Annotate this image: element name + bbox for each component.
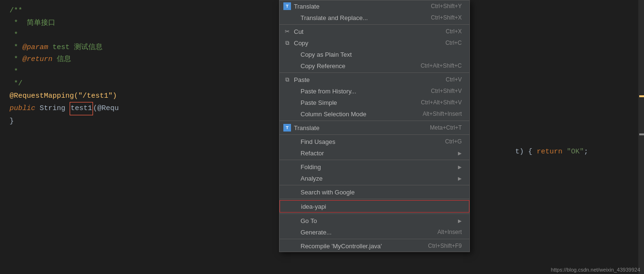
empty-icon [290, 174, 298, 182]
url-text: https://blog.csdn.net/weixin_43939924 [551, 267, 640, 273]
menu-item-copy-plain[interactable]: Copy as Plain Text [280, 49, 469, 60]
empty-icon [290, 242, 298, 250]
menu-item-translate2[interactable]: T Translate Meta+Ctrl+T [280, 122, 469, 133]
menu-label: Paste from History... [301, 88, 356, 95]
code-continuation: t) { return "OK"; [515, 148, 588, 156]
empty-icon [290, 87, 298, 95]
translate-icon: T [283, 124, 291, 132]
menu-item-idea-yapi[interactable]: idea-yapi [280, 200, 469, 213]
menu-item-generate[interactable]: Generate... Alt+Insert [280, 226, 469, 238]
menu-label: Translate and Replace... [301, 14, 368, 21]
context-menu: T Translate Ctrl+Shift+Y Translate and R… [279, 0, 470, 252]
menu-item-paste-simple[interactable]: Paste Simple Ctrl+Alt+Shift+V [280, 97, 469, 108]
paste-icon: ⧉ [283, 76, 291, 83]
menu-label: Go To [301, 217, 317, 224]
empty-icon [290, 110, 298, 118]
menu-shortcut: Meta+Ctrl+T [430, 124, 462, 131]
menu-item-goto[interactable]: Go To ▶ [280, 215, 469, 226]
empty-icon [290, 51, 298, 58]
comment-text: /** [10, 5, 22, 17]
menu-label: Copy as Plain Text [301, 51, 352, 58]
return-space [52, 53, 57, 66]
empty-icon [290, 149, 298, 157]
menu-shortcut: Alt+Insert [437, 229, 462, 235]
separator [280, 213, 469, 214]
menu-label: Recompile 'MyController.java' [301, 243, 382, 250]
menu-label: Paste [294, 76, 310, 83]
menu-label: Generate... [301, 229, 332, 236]
separator [280, 239, 469, 239]
bottom-url-bar: https://blog.csdn.net/weixin_43939924 [547, 265, 644, 274]
comment-chinese: 简单接口 [27, 17, 55, 30]
comment-text: * [10, 66, 18, 78]
scrollbar-marker [639, 133, 644, 135]
menu-label: idea-yapi [301, 203, 326, 210]
comment-text: * [10, 29, 18, 41]
menu-item-folding[interactable]: Folding ▶ [280, 161, 469, 173]
empty-icon [290, 99, 298, 106]
comment-asterisk: * [10, 41, 22, 54]
annotation: @RequestMapping("/test1") [10, 90, 117, 102]
comment-end: */ [10, 78, 22, 90]
closing-brace: } [10, 115, 14, 128]
translate-icon: T [283, 2, 291, 10]
param-desc: 测试信息 [74, 41, 103, 54]
menu-item-recompile[interactable]: Recompile 'MyController.java' Ctrl+Shift… [280, 240, 469, 252]
menu-item-paste-history[interactable]: Paste from History... Ctrl+Shift+V [280, 85, 469, 97]
menu-label: Search with Google [301, 189, 354, 196]
scissors-icon: ✂ [283, 28, 291, 35]
menu-shortcut: Ctrl+Alt+Shift+V [421, 99, 462, 106]
submenu-arrow: ▶ [458, 151, 462, 156]
param-keyword: @param [22, 41, 48, 54]
menu-shortcut: Ctrl+G [445, 138, 462, 145]
menu-shortcut: Ctrl+Shift+Y [431, 3, 462, 10]
method-params: (@Requ [93, 102, 119, 115]
menu-label: Refactor [301, 150, 324, 157]
menu-item-copy[interactable]: ⧉ Copy Ctrl+C [280, 37, 469, 49]
separator [280, 121, 469, 121]
empty-icon [291, 203, 298, 210]
menu-item-find-usages[interactable]: Find Usages Ctrl+G [280, 136, 469, 147]
empty-icon [290, 188, 298, 196]
menu-label: Find Usages [301, 138, 335, 145]
scrollbar[interactable] [638, 0, 644, 274]
public-keyword: public [10, 102, 35, 115]
menu-label: Column Selection Mode [301, 111, 366, 118]
menu-label: Cut [294, 28, 303, 35]
empty-icon [290, 14, 298, 21]
menu-shortcut: Ctrl+Shift+X [431, 14, 462, 21]
menu-shortcut: Ctrl+Alt+Shift+C [421, 62, 462, 69]
menu-item-paste[interactable]: ⧉ Paste Ctrl+V [280, 74, 469, 85]
separator [280, 160, 469, 160]
method-name: test1 [70, 102, 93, 115]
separator [280, 24, 469, 25]
menu-label: Analyze [301, 175, 322, 182]
menu-shortcut: Ctrl+Shift+V [431, 88, 462, 94]
submenu-arrow: ▶ [458, 164, 462, 170]
empty-icon [290, 228, 298, 236]
menu-item-cut[interactable]: ✂ Cut Ctrl+X [280, 26, 469, 37]
menu-label: Folding [301, 163, 321, 171]
submenu-arrow: ▶ [458, 176, 462, 181]
menu-item-search-google[interactable]: Search with Google [280, 186, 469, 198]
comment-text: * [10, 17, 27, 30]
menu-label: Copy Reference [301, 62, 345, 70]
menu-shortcut: Ctrl+Shift+F9 [428, 243, 462, 249]
menu-item-refactor[interactable]: Refactor ▶ [280, 147, 469, 159]
menu-item-analyze[interactable]: Analyze ▶ [280, 173, 469, 184]
scrollbar-marker [639, 95, 644, 97]
separator [280, 185, 469, 185]
menu-label: Translate [294, 3, 320, 10]
menu-item-translate-replace[interactable]: Translate and Replace... Ctrl+Shift+X [280, 12, 469, 23]
menu-label: Copy [294, 40, 308, 47]
return-desc: 信息 [57, 53, 71, 66]
string-type: String [40, 102, 70, 115]
menu-item-column-mode[interactable]: Column Selection Mode Alt+Shift+Insert [280, 108, 469, 120]
empty-icon [290, 217, 298, 224]
menu-item-copy-reference[interactable]: Copy Reference Ctrl+Alt+Shift+C [280, 60, 469, 71]
separator [280, 199, 469, 199]
menu-label: Translate [294, 124, 320, 132]
menu-label: Paste Simple [301, 99, 337, 106]
space [35, 102, 40, 115]
menu-item-translate[interactable]: T Translate Ctrl+Shift+Y [280, 0, 469, 12]
